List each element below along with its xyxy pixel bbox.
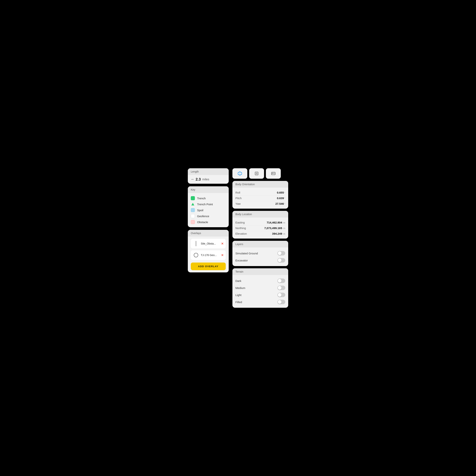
image-view-button[interactable] <box>266 168 281 179</box>
svg-point-5 <box>272 173 273 173</box>
key-label-geofence: Geofence <box>197 215 209 218</box>
excavator-toggle[interactable] <box>277 258 285 263</box>
top-buttons <box>232 168 288 179</box>
simulated-ground-toggle[interactable] <box>277 251 285 255</box>
yaw-label: Yaw <box>235 202 241 205</box>
light-label: Light <box>235 293 241 297</box>
length-body: ↔ 2.3 miles <box>188 175 229 184</box>
key-label-obstacle: Obstacle <box>197 221 208 224</box>
dark-row: Dark <box>235 277 285 284</box>
roll-row: Roll 0.655° <box>235 190 285 195</box>
excavator-row: Excavator <box>235 257 285 264</box>
key-item-trench: Trench <box>191 195 226 201</box>
triangle-icon <box>191 203 194 205</box>
easting-row: Easting 714,462.804 m <box>235 220 285 225</box>
3d-view-button[interactable] <box>232 168 247 179</box>
pitch-row: Pitch 0.639° <box>235 195 285 201</box>
overlay-item-2: TJ-176 Geo... ✕ <box>191 250 226 260</box>
right-panel: Body Orientation Roll 0.655° Pitch 0.639… <box>232 168 288 308</box>
medium-label: Medium <box>235 286 245 289</box>
roll-label: Roll <box>235 191 240 194</box>
image-icon <box>271 171 276 176</box>
layers-card: Layers Simulated Ground Excavator <box>232 241 288 266</box>
layers-header: Layers <box>232 241 288 247</box>
overlay-remove-1[interactable]: ✕ <box>221 242 223 245</box>
elevation-label: Elevation <box>235 232 247 235</box>
key-label-spoil: Spoil <box>197 209 203 212</box>
filled-label: Filled <box>235 301 242 304</box>
light-toggle[interactable] <box>277 293 285 297</box>
overlays-body: Site_Obsta... ✕ TJ-176 Geo... ✕ ADD OVER… <box>188 237 229 272</box>
svg-point-1 <box>194 253 198 257</box>
filled-toggle[interactable] <box>277 300 285 304</box>
left-panel: Length ↔ 2.3 miles Key Trench <box>188 168 229 272</box>
overlay-name-1: Site_Obsta... <box>201 242 219 245</box>
roll-value: 0.655° <box>277 191 285 194</box>
light-row: Light <box>235 291 285 298</box>
key-body: Trench Trench Point Spoil Geofence <box>188 193 229 227</box>
body-location-card: Body Location Easting 714,462.804 m Nort… <box>232 211 288 238</box>
terrain-card: Terrain Dark Medium Light Filled <box>232 268 288 308</box>
easting-label: Easting <box>235 221 245 224</box>
overlay-name-2: TJ-176 Geo... <box>201 254 219 256</box>
obstacle-icon <box>191 220 195 224</box>
arrow-icon: ↔ <box>191 177 194 181</box>
3d-icon <box>237 171 242 176</box>
excavator-label: Excavator <box>235 259 248 262</box>
terrain-header: Terrain <box>232 268 288 275</box>
simulated-ground-label: Simulated Ground <box>235 252 258 255</box>
add-overlay-button[interactable]: ADD OVERLAY <box>191 263 226 270</box>
length-card: Length ↔ 2.3 miles <box>188 168 229 184</box>
northing-label: Northing <box>235 226 246 230</box>
pitch-label: Pitch <box>235 197 241 200</box>
key-item-geofence: Geofence <box>191 213 226 219</box>
overlays-header: Overlays <box>188 230 229 237</box>
crop-view-button[interactable] <box>249 168 264 179</box>
pitch-value: 0.639° <box>277 197 285 200</box>
svg-point-3 <box>256 173 257 174</box>
overlay-item-1: Site_Obsta... ✕ <box>191 239 226 248</box>
length-value: ↔ 2.3 miles <box>191 177 226 182</box>
medium-toggle[interactable] <box>277 286 285 290</box>
length-header: Length <box>188 168 229 175</box>
filled-row: Filled <box>235 298 285 306</box>
northing-row: Northing 7,073,499.165 m <box>235 225 285 231</box>
trench-point-icon <box>191 202 195 206</box>
body-orientation-body: Roll 0.655° Pitch 0.639° Yaw 27.546° <box>232 187 288 209</box>
layers-body: Simulated Ground Excavator <box>232 247 288 266</box>
body-orientation-card: Body Orientation Roll 0.655° Pitch 0.639… <box>232 181 288 209</box>
ui-container: Length ↔ 2.3 miles Key Trench <box>180 161 296 315</box>
easting-value: 714,462.804 m <box>267 221 285 224</box>
key-item-spoil: Spoil <box>191 207 226 213</box>
overlay-icon-line <box>193 241 199 247</box>
key-card: Key Trench Trench Point Spoil <box>188 186 229 227</box>
key-item-obstacle: Obstacle <box>191 219 226 225</box>
length-number: 2.3 <box>196 177 201 182</box>
spoil-icon <box>191 208 195 212</box>
svg-rect-2 <box>255 172 258 175</box>
simulated-ground-row: Simulated Ground <box>235 250 285 257</box>
body-orientation-header: Body Orientation <box>232 181 288 187</box>
elevation-row: Elevation 394.249 m <box>235 231 285 236</box>
key-label-trench: Trench <box>197 197 206 200</box>
key-label-trench-point: Trench Point <box>197 203 213 206</box>
trench-icon <box>191 196 195 200</box>
northing-value: 7,073,499.165 m <box>264 226 285 230</box>
dark-label: Dark <box>235 279 241 282</box>
overlay-remove-2[interactable]: ✕ <box>221 254 223 257</box>
body-location-header: Body Location <box>232 211 288 218</box>
overlays-card: Overlays Site_Obsta... ✕ <box>188 230 229 272</box>
elevation-value: 394.249 m <box>272 232 285 235</box>
medium-row: Medium <box>235 284 285 291</box>
body-location-body: Easting 714,462.804 m Northing 7,073,499… <box>232 218 288 238</box>
geofence-icon <box>191 214 195 218</box>
key-item-trench-point: Trench Point <box>191 201 226 207</box>
terrain-body: Dark Medium Light Filled <box>232 275 288 308</box>
overlay-icon-circle <box>193 252 199 258</box>
dark-toggle[interactable] <box>277 279 285 283</box>
key-header: Key <box>188 186 229 193</box>
yaw-row: Yaw 27.546° <box>235 201 285 206</box>
length-unit: miles <box>202 178 209 181</box>
crop-icon <box>254 171 259 176</box>
yaw-value: 27.546° <box>275 202 285 205</box>
